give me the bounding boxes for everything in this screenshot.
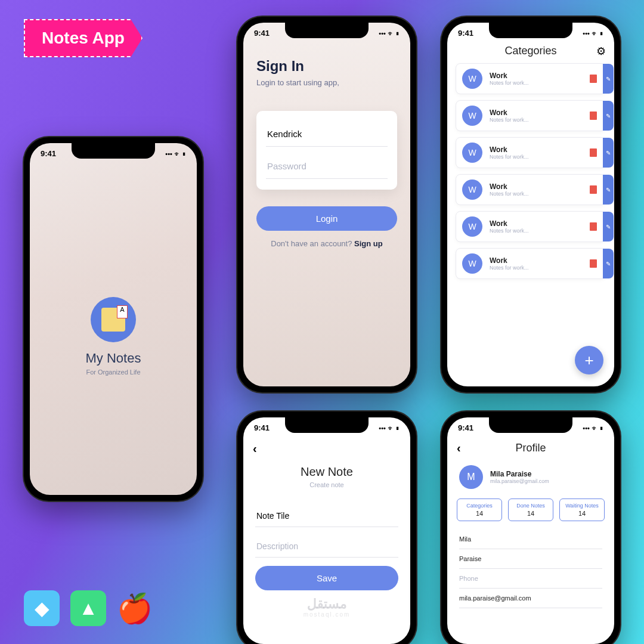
back-icon[interactable]: ‹: [253, 442, 257, 456]
stat-categories[interactable]: Categories14: [457, 499, 502, 521]
watermark: مستقل: [307, 596, 347, 612]
status-icons: ••• ᯤ ▮: [379, 425, 400, 432]
edit-icon[interactable]: ✎: [603, 138, 614, 168]
category-badge: W: [462, 216, 482, 237]
category-badge: W: [462, 253, 482, 274]
category-badge: W: [462, 143, 482, 163]
tech-icons: ◆ ▲ 🍎: [24, 590, 153, 626]
category-subtitle: Notes for work...: [490, 117, 583, 123]
status-time: 9:41: [254, 423, 270, 432]
status-icons: ••• ᯤ ▮: [165, 150, 186, 157]
apple-icon: 🍎: [117, 592, 153, 626]
profile-title: Profile: [515, 442, 546, 454]
email-field[interactable]: mila.paraise@gmail.com: [459, 589, 602, 608]
note-desc-input[interactable]: [255, 535, 398, 558]
phone-splash: 9:41••• ᯤ ▮ My Notes For Organized Life: [24, 137, 203, 501]
signup-link[interactable]: Sign up: [354, 239, 383, 248]
phone-categories: 9:41••• ᯤ ▮ Categories ⚙ WWorkNotes for …: [441, 17, 620, 392]
edit-icon[interactable]: ✎: [603, 175, 614, 205]
back-icon[interactable]: ‹: [457, 441, 461, 455]
first-name-field[interactable]: Mila: [459, 530, 602, 549]
stat-waiting[interactable]: Waiting Notes14: [559, 499, 605, 521]
title-badge: Notes App: [24, 19, 143, 57]
edit-icon[interactable]: ✎: [603, 212, 614, 242]
profile-name: Mila Paraise: [490, 470, 549, 478]
categories-title: Categories: [504, 45, 556, 57]
status-icons: ••• ᯤ ▮: [583, 425, 603, 432]
category-subtitle: Notes for work...: [490, 191, 583, 197]
splash-title: My Notes: [86, 351, 141, 366]
status-time: 9:41: [458, 29, 473, 38]
category-item[interactable]: WWorkNotes for work...✎: [456, 137, 606, 168]
trash-icon[interactable]: [590, 75, 597, 83]
trash-icon[interactable]: [590, 148, 597, 157]
password-input[interactable]: [266, 154, 388, 179]
category-item[interactable]: WWorkNotes for work...✎: [456, 63, 606, 94]
category-name: Work: [490, 256, 583, 265]
save-button[interactable]: Save: [255, 566, 398, 590]
phone-field[interactable]: Phone: [459, 569, 602, 589]
category-item[interactable]: WWorkNotes for work...✎: [456, 211, 606, 242]
phone-newnote: 9:41••• ᯤ ▮ ‹ New Note Create note مستقل…: [237, 411, 416, 644]
signin-title: Sign In: [256, 58, 397, 75]
category-name: Work: [490, 72, 583, 80]
category-badge: W: [462, 106, 482, 126]
category-name: Work: [490, 109, 583, 117]
signin-subtitle: Login to start using app,: [256, 78, 397, 87]
signin-card: [256, 111, 397, 190]
status-icons: ••• ᯤ ▮: [379, 30, 400, 37]
status-time: 9:41: [41, 149, 56, 158]
signup-prompt: Don't have an account? Sign up: [256, 239, 397, 248]
category-subtitle: Notes for work...: [490, 154, 583, 160]
profile-email: mila.paraise@gmail.com: [490, 478, 549, 484]
newnote-title: New Note: [255, 465, 398, 479]
gear-icon[interactable]: ⚙: [596, 45, 606, 58]
edit-icon[interactable]: ✎: [603, 64, 614, 94]
splash-subtitle: For Organized Life: [86, 369, 140, 376]
add-button[interactable]: +: [575, 346, 603, 374]
phone-profile: 9:41••• ᯤ ▮ ‹ Profile M Mila Paraise mil…: [441, 411, 620, 644]
category-name: Work: [490, 182, 583, 191]
watermark-sub: mostaql.com: [304, 611, 351, 618]
newnote-subtitle: Create note: [255, 481, 398, 488]
status-time: 9:41: [458, 423, 473, 432]
category-subtitle: Notes for work...: [490, 265, 583, 271]
note-title-input[interactable]: [255, 505, 398, 527]
category-item[interactable]: WWorkNotes for work...✎: [456, 174, 606, 205]
edit-icon[interactable]: ✎: [603, 249, 614, 278]
last-name-field[interactable]: Paraise: [459, 549, 602, 569]
avatar: M: [459, 465, 483, 489]
stat-done[interactable]: Done Notes14: [508, 499, 553, 521]
edit-icon[interactable]: ✎: [603, 101, 614, 131]
category-name: Work: [490, 145, 583, 154]
category-item[interactable]: WWorkNotes for work...✎: [456, 248, 606, 279]
category-name: Work: [490, 219, 583, 228]
trash-icon[interactable]: [590, 185, 597, 194]
status-time: 9:41: [254, 29, 270, 38]
category-subtitle: Notes for work...: [490, 80, 583, 86]
category-badge: W: [462, 179, 482, 200]
status-icons: ••• ᯤ ▮: [583, 30, 603, 37]
trash-icon[interactable]: [590, 259, 597, 268]
username-input[interactable]: [266, 122, 388, 147]
trash-icon[interactable]: [590, 112, 597, 120]
login-button[interactable]: Login: [256, 206, 397, 231]
category-list: WWorkNotes for work...✎WWorkNotes for wo…: [447, 63, 614, 279]
phone-signin: 9:41••• ᯤ ▮ Sign In Login to start using…: [237, 17, 416, 392]
category-badge: W: [462, 69, 482, 89]
app-logo: [91, 297, 136, 342]
stats-row: Categories14 Done Notes14 Waiting Notes1…: [447, 499, 614, 530]
category-subtitle: Notes for work...: [490, 228, 583, 234]
flutter-icon: ◆: [24, 590, 60, 626]
trash-icon[interactable]: [590, 222, 597, 231]
category-item[interactable]: WWorkNotes for work...✎: [456, 100, 606, 131]
android-icon: ▲: [70, 590, 106, 626]
